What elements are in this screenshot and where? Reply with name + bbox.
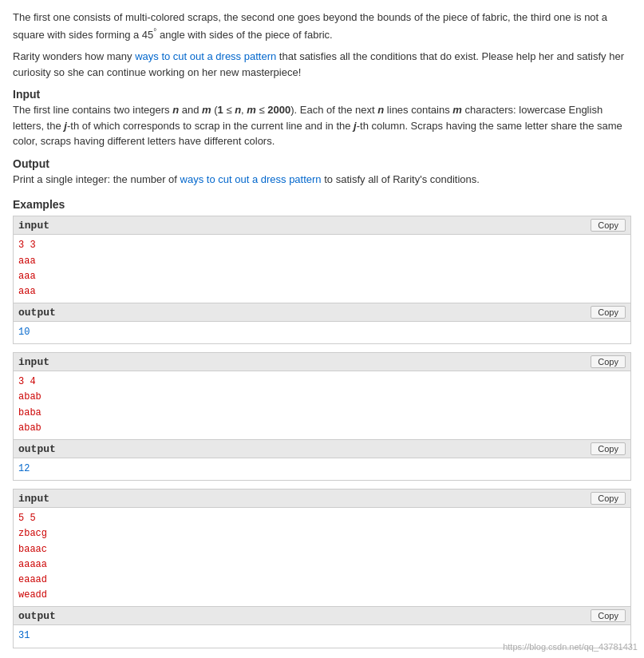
intro-para2: Rarity wonders how many ways to cut out …: [13, 49, 631, 80]
example-1-output-content: 10: [14, 322, 630, 343]
input-section-title: Input: [13, 88, 631, 101]
example-block-1: input Copy 3 3 aaa aaa aaa output Copy 1…: [13, 216, 631, 344]
example-1-input-line-3: aaa: [18, 269, 626, 284]
example-3-input-label: input: [18, 493, 49, 505]
example-1-output-copy-button[interactable]: Copy: [591, 306, 626, 319]
example-2-input-content: 3 4 abab baba abab: [14, 371, 630, 439]
example-3-input-header: input Copy: [14, 490, 630, 508]
example-1-input-copy-button[interactable]: Copy: [591, 219, 626, 232]
example-3-output-copy-button[interactable]: Copy: [591, 609, 626, 622]
output-section-text: Print a single integer: the number of wa…: [13, 172, 631, 188]
example-3-input-copy-button[interactable]: Copy: [591, 492, 626, 505]
example-2-output-line-1: 12: [18, 462, 626, 477]
intro-para1: The first one consists of multi-colored …: [13, 10, 631, 42]
example-1-output-label: output: [18, 307, 56, 319]
example-3-output-header: output Copy: [14, 606, 630, 625]
example-1-input-label: input: [18, 220, 49, 232]
example-3-input-content: 5 5 zbacg baaac aaaaa eaaad weadd: [14, 508, 630, 606]
examples-title: Examples: [13, 198, 631, 211]
example-2-input-header: input Copy: [14, 353, 630, 371]
output-section-title: Output: [13, 157, 631, 170]
example-2-input-line-4: abab: [18, 421, 626, 436]
example-1-input-line-4: aaa: [18, 284, 626, 299]
example-1-input-content: 3 3 aaa aaa aaa: [14, 235, 630, 303]
example-1-output-line-1: 10: [18, 325, 626, 340]
example-2-input-line-2: abab: [18, 390, 626, 405]
example-1-input-header: input Copy: [14, 216, 630, 235]
example-1-input-line-1: 3 3: [18, 238, 626, 253]
example-block-3: input Copy 5 5 zbacg baaac aaaaa eaaad w…: [13, 489, 631, 648]
example-1-input-line-2: aaa: [18, 254, 626, 269]
example-3-output-label: output: [18, 610, 56, 622]
example-2-output-copy-button[interactable]: Copy: [591, 442, 626, 455]
example-2-input-label: input: [18, 356, 49, 368]
example-2-output-label: output: [18, 443, 56, 455]
example-2-input-line-1: 3 4: [18, 375, 626, 390]
example-3-input-line-5: eaaad: [18, 573, 626, 588]
example-3-input-line-2: zbacg: [18, 526, 626, 541]
watermark: https://blog.csdn.net/qq_43781431: [503, 642, 638, 652]
example-3-input-line-3: baaac: [18, 542, 626, 557]
example-3-input-line-6: weadd: [18, 588, 626, 603]
example-2-input-line-3: baba: [18, 406, 626, 421]
example-2-output-header: output Copy: [14, 439, 630, 458]
example-2-input-copy-button[interactable]: Copy: [591, 355, 626, 368]
example-block-2: input Copy 3 4 abab baba abab output Cop…: [13, 352, 631, 481]
input-section-text: The first line contains two integers n a…: [13, 102, 631, 149]
example-2-output-content: 12: [14, 458, 630, 480]
example-3-input-line-4: aaaaa: [18, 557, 626, 573]
example-3-input-line-1: 5 5: [18, 511, 626, 526]
example-1-output-header: output Copy: [14, 303, 630, 322]
